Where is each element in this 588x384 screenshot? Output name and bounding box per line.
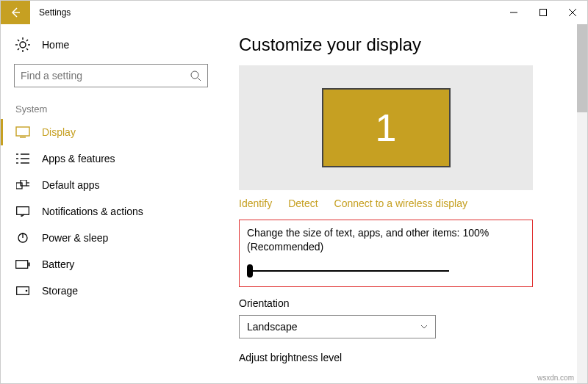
titlebar: Settings <box>1 1 587 24</box>
defaults-icon <box>15 179 30 191</box>
minimize-icon <box>510 9 517 16</box>
sidebar-item-label: Notifications & actions <box>42 206 143 217</box>
window-controls <box>499 1 587 24</box>
identify-link[interactable]: Identify <box>239 198 272 209</box>
sidebar-item-power-sleep[interactable]: Power & sleep <box>1 225 221 251</box>
search-input[interactable] <box>21 70 190 81</box>
sidebar-item-label: Display <box>42 126 76 138</box>
sidebar: Home System Display Apps & features Defa… <box>1 24 221 383</box>
arrow-left-icon <box>10 7 21 18</box>
display-preview[interactable]: 1 <box>239 65 533 190</box>
sidebar-item-display[interactable]: Display <box>1 119 221 145</box>
scale-section-highlight: Change the size of text, apps, and other… <box>239 220 533 287</box>
close-icon <box>569 9 576 16</box>
maximize-button[interactable] <box>528 1 558 24</box>
scale-slider[interactable] <box>247 264 449 278</box>
content-area: Customize your display 1 Identify Detect… <box>221 24 587 383</box>
sidebar-item-notifications[interactable]: Notifications & actions <box>1 198 221 225</box>
slider-track <box>251 270 449 272</box>
sidebar-item-label: Storage <box>42 285 78 297</box>
orientation-select[interactable]: Landscape <box>239 315 436 338</box>
sidebar-item-label: Apps & features <box>42 153 115 164</box>
display-icon <box>15 126 30 138</box>
window-title: Settings <box>30 7 499 18</box>
orientation-value: Landscape <box>247 321 298 333</box>
svg-rect-2 <box>540 10 547 16</box>
scale-label: Change the size of text, apps, and other… <box>247 226 525 254</box>
home-button[interactable]: Home <box>1 33 221 64</box>
sidebar-item-apps-features[interactable]: Apps & features <box>1 145 221 172</box>
sidebar-item-label: Power & sleep <box>42 232 108 244</box>
scrollbar[interactable] <box>577 24 587 383</box>
sidebar-item-battery[interactable]: Battery <box>1 251 221 278</box>
maximize-icon <box>539 9 547 16</box>
monitor-number: 1 <box>376 106 397 150</box>
gear-icon <box>15 37 30 52</box>
svg-point-34 <box>26 290 28 292</box>
scrollbar-thumb[interactable] <box>577 24 587 112</box>
sidebar-item-storage[interactable]: Storage <box>1 278 221 304</box>
list-icon <box>15 153 30 164</box>
page-title: Customize your display <box>239 35 570 55</box>
svg-rect-28 <box>17 207 29 215</box>
brightness-label: Adjust brightness level <box>239 352 570 363</box>
minimize-button[interactable] <box>499 1 528 24</box>
slider-thumb[interactable] <box>247 264 253 278</box>
power-icon <box>15 232 30 244</box>
svg-line-12 <box>26 40 28 41</box>
battery-icon <box>15 258 30 270</box>
display-action-links: Identify Detect Connect to a wireless di… <box>239 198 570 209</box>
svg-line-10 <box>18 40 19 41</box>
svg-line-15 <box>198 78 201 81</box>
sidebar-group-label: System <box>1 101 221 119</box>
monitor-tile[interactable]: 1 <box>322 88 451 167</box>
chevron-down-icon <box>420 323 428 330</box>
home-label: Home <box>42 39 69 51</box>
svg-point-5 <box>20 42 26 48</box>
notifications-icon <box>15 206 30 217</box>
svg-rect-31 <box>16 261 28 269</box>
wireless-display-link[interactable]: Connect to a wireless display <box>334 198 467 209</box>
storage-icon <box>15 285 30 297</box>
svg-line-11 <box>26 48 28 50</box>
back-button[interactable] <box>1 1 30 24</box>
svg-rect-32 <box>29 263 30 267</box>
svg-rect-16 <box>16 127 29 136</box>
watermark: wsxdn.com <box>537 374 574 382</box>
search-box[interactable] <box>14 64 208 87</box>
sidebar-item-label: Battery <box>42 258 74 270</box>
sidebar-item-label: Default apps <box>42 179 100 191</box>
detect-link[interactable]: Detect <box>288 198 318 209</box>
search-icon <box>190 70 201 81</box>
svg-line-13 <box>18 48 19 50</box>
sidebar-item-default-apps[interactable]: Default apps <box>1 172 221 198</box>
close-button[interactable] <box>558 1 587 24</box>
orientation-label: Orientation <box>239 297 570 309</box>
svg-point-14 <box>191 71 198 79</box>
